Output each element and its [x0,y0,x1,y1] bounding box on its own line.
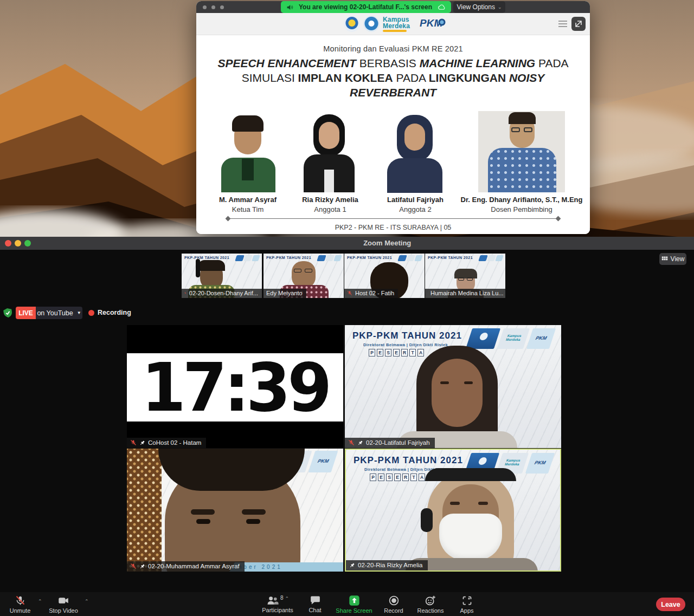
team-member-role: Anggota 2 [387,205,444,213]
participant-face [432,359,483,427]
participants-label: Participants [262,607,293,613]
participant-eyebrow [478,502,488,505]
participant-eyebrow [450,502,460,505]
mic-muted-icon [347,290,352,296]
timeline-arrow [228,218,558,219]
participant-eyebrow [191,509,215,515]
date-banner: mber 2021 [229,562,343,572]
live-platform-label: on YouTube [37,309,73,317]
kampus-merdeka-line2: Merdeka [383,23,416,29]
pin-icon [357,440,363,446]
participant-eyebrow [440,381,449,384]
reactions-button[interactable]: Reactions [411,595,450,614]
headphones-earcup [421,508,433,532]
participant-hair [158,449,305,491]
its-logo [344,16,360,32]
thumbnail-edy-meiyanto[interactable]: PKP-PKM TAHUN 2021 Edy Meiyanto [264,254,344,298]
pin-icon [139,440,145,446]
zoom-titlebar[interactable]: Zoom Meeting [0,237,694,250]
participants-caret[interactable]: ⌃ [285,596,290,601]
participant-hair [454,269,477,278]
stop-video-button[interactable]: Stop Video [44,595,82,614]
zoom-window-button[interactable] [220,5,224,9]
team-member-2: Latifatul Fajriyah Anggota 2 [387,196,444,213]
security-shield-icon[interactable] [3,308,13,318]
participant-name: Humairah Medina Liza Lu... [430,290,504,296]
thumbnail-host-fatih[interactable]: PKP-PKM TAHUN 2021 Host 02 - Fatih [344,254,425,298]
video-options-caret[interactable]: ⌃ [85,599,89,604]
glasses-icon [305,269,312,273]
close-window-button[interactable] [5,240,11,247]
view-button[interactable]: View [659,253,686,265]
team-member-name: Latifatul Fajriyah [387,196,444,204]
thumbnail-humairah[interactable]: PKP-PKM TAHUN 2021 Humairah Medina Liza … [425,254,505,298]
participant-name-tag: 02-20-Muhammad Ammar Asyraf [127,561,245,572]
leave-button[interactable]: Leave [656,598,685,611]
virtual-bg-title: PKP-PKM TAHUN 2021 [266,256,311,260]
video-tile-ria-active[interactable]: PKP-PKM TAHUN 2021 Direktorat Belmawa | … [345,449,561,572]
chat-bubble-icon [310,595,321,606]
video-tile-cohost-hatam[interactable]: 17:39 CoHost 02 - Hatam [127,325,343,448]
team-member-role: Dosen Pembimbing [461,205,583,213]
pkm-logo-gear [438,18,446,26]
kampus-merdeka-underline [383,30,407,32]
avatar-body [387,158,442,193]
peserta-badge: PESERTA [370,474,425,481]
zoom-window-button[interactable] [24,240,31,247]
mic-muted-icon [130,439,137,446]
close-window-button[interactable] [203,5,207,9]
team-photo-ria [300,111,357,192]
record-button[interactable]: Record [378,595,409,614]
virtual-bg-title: PKP-PKM TAHUN 2021 [354,455,463,466]
share-screen-button[interactable]: Share Screen [332,595,376,614]
minimize-window-button[interactable] [15,240,21,247]
unmute-button[interactable]: Unmute [3,595,37,614]
desktop-screen: { "shared_window": { "banner": { "text":… [0,0,694,616]
team-member-3: Dr. Eng. Dhany Arifianto, S.T., M.Eng Do… [461,196,583,213]
expand-icon [571,17,586,31]
mic-muted-icon [184,290,187,296]
participant-name-tag: CoHost 02 - Hatam [127,438,206,448]
glasses-icon [458,277,464,281]
fullscreen-button[interactable] [571,17,586,31]
virtual-bg-subtitle: Direktorat Belmawa | Ditjen Dikti Ristek [363,342,448,347]
mic-muted-icon [348,439,355,446]
recording-label: Recording [98,309,131,316]
avatar-shirt [324,170,334,192]
batik-curtain [127,449,162,572]
participants-icon [266,595,279,606]
live-platform-selector[interactable]: on YouTube ▼ [36,307,82,319]
timer-value: 17:39 [142,354,329,421]
participant-name: 02-20-Muhammad Ammar Asyraf [148,563,240,569]
participant-eyebrow [242,509,266,515]
participant-name-tag: 02-20-Ria Rizky Amelia [346,560,428,570]
meeting-toolbar: Unmute ⌃ Stop Video ⌃ 8 ⌃ Participants [0,592,694,616]
virtual-bg-title: PKP-PKM TAHUN 2021 [428,256,473,260]
participant-name-tag: Edy Meiyanto [264,289,306,298]
apps-button[interactable]: Apps [453,595,480,614]
participant-name: 02-20-Dosen-Dhany Arif... [189,290,258,296]
video-camera-icon [57,595,69,606]
participant-eye [246,519,260,524]
slide-footer: PKP2 - PKM RE - ITS SURABAYA | 05 [196,224,590,231]
chevron-down-icon: ▼ [77,310,81,315]
window-title: Zoom Meeting [363,239,411,247]
team-photo-latifatul [383,113,447,192]
view-options-button[interactable]: View Options ⌄ [453,1,505,13]
audio-options-caret[interactable]: ⌃ [38,599,42,604]
avatar-face [319,122,339,149]
share-screen-label: Share Screen [336,607,372,614]
video-tile-ammar[interactable]: KampusMerdeka PKM mber 2021 02-20-Muhamm… [127,449,343,572]
live-badge: LIVE [16,307,36,319]
cloud-icon [438,4,446,10]
menu-icon[interactable] [558,21,567,27]
video-tile-latifatul[interactable]: PKP-PKM TAHUN 2021 Direktorat Belmawa | … [345,325,561,448]
slide-title-line3: REVERBERANT [196,85,590,100]
avatar-hair [509,112,536,124]
virtual-bg-title: PKP-PKM TAHUN 2021 [184,256,229,260]
participants-button[interactable]: 8 ⌃ Participants [254,595,301,613]
team-member-name: Dr. Eng. Dhany Arifianto, S.T., M.Eng [461,196,583,204]
minimize-window-button[interactable] [211,5,215,9]
thumbnail-dosen-dhany[interactable]: PKP-PKM TAHUN 2021 02-20-Dosen-Dhany Ari… [182,254,262,298]
chat-button[interactable]: Chat [301,595,329,613]
